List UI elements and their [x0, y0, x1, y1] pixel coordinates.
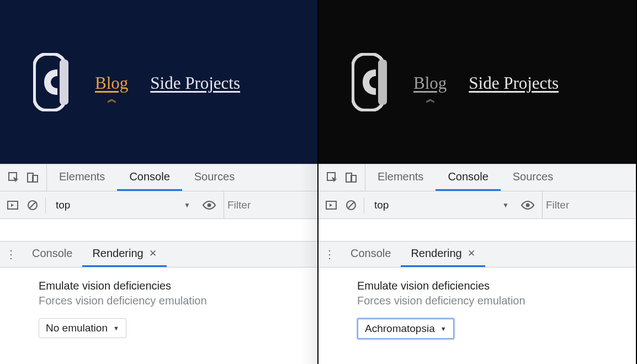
- toolbar-separator: [45, 197, 46, 213]
- panel-title: Emulate vision deficiencies: [357, 280, 636, 292]
- drawer-tab-rendering[interactable]: Rendering ✕: [401, 242, 485, 267]
- sidebar-toggle-icon[interactable]: [324, 198, 338, 212]
- tab-console[interactable]: Console: [117, 164, 182, 191]
- panel-title: Emulate vision deficiencies: [39, 280, 317, 292]
- nav-item-side-projects[interactable]: Side Projects: [469, 73, 559, 93]
- clear-console-icon[interactable]: [25, 198, 40, 212]
- nav-item-blog[interactable]: Blog ︽: [413, 73, 447, 101]
- spacer: [0, 219, 317, 241]
- svg-point-8: [208, 203, 211, 207]
- device-toolbar-icon[interactable]: [26, 172, 39, 184]
- nav-link-label: Blog: [413, 73, 447, 93]
- devtools-tabs: Elements Console Sources: [365, 164, 565, 191]
- website-preview: Blog ︽ Side Projects: [318, 0, 636, 164]
- context-select[interactable]: top ▼: [51, 197, 195, 213]
- live-expression-icon[interactable]: [200, 200, 218, 210]
- tab-console[interactable]: Console: [436, 164, 500, 191]
- inspect-element-icon[interactable]: [8, 172, 20, 184]
- drawer-tab-label: Rendering: [411, 247, 461, 260]
- context-value: top: [374, 199, 389, 211]
- filter-input[interactable]: [224, 191, 259, 218]
- close-icon[interactable]: ✕: [468, 248, 475, 259]
- chevron-up-icon: ︽: [107, 97, 116, 101]
- nav-link-label: Side Projects: [150, 73, 240, 93]
- devtools-tabbar: Elements Console Sources: [0, 164, 317, 191]
- nav-item-side-projects[interactable]: Side Projects: [150, 73, 240, 93]
- filter-input[interactable]: [542, 191, 577, 218]
- website-preview: Blog ︽ Side Projects: [0, 0, 317, 164]
- svg-point-17: [526, 203, 530, 207]
- pane-right: Blog ︽ Side Projects Elements Console So…: [318, 0, 637, 364]
- tab-sources[interactable]: Sources: [501, 164, 565, 191]
- vision-deficiency-select[interactable]: No emulation ▼: [39, 318, 126, 338]
- caret-down-icon: ▼: [113, 325, 119, 331]
- devtools-tabs: Elements Console Sources: [47, 164, 247, 191]
- close-icon[interactable]: ✕: [149, 248, 157, 259]
- rendering-panel: Emulate vision deficiencies Forces visio…: [0, 267, 317, 364]
- select-value: No emulation: [46, 322, 108, 334]
- caret-down-icon: ▼: [502, 201, 509, 209]
- inspect-element-icon[interactable]: [326, 172, 338, 184]
- vision-deficiency-select[interactable]: Achromatopsia ▼: [357, 318, 454, 339]
- site-nav: Blog ︽ Side Projects: [95, 62, 240, 101]
- panel-subtitle: Forces vision deficiency emulation: [39, 295, 317, 307]
- devtools-tabbar: Elements Console Sources: [318, 164, 636, 191]
- tab-elements[interactable]: Elements: [365, 164, 436, 191]
- site-logo: [352, 53, 391, 111]
- live-expression-icon[interactable]: [519, 200, 537, 210]
- console-toolbar: top ▼: [0, 191, 317, 219]
- nav-link-label: Blog: [95, 73, 128, 93]
- more-tabs-icon[interactable]: ⋮: [0, 242, 22, 267]
- chevron-up-icon: ︽: [426, 97, 434, 101]
- tabbar-icon-group: [0, 164, 47, 191]
- svg-rect-10: [378, 60, 387, 105]
- select-value: Achromatopsia: [365, 323, 435, 335]
- spacer: [318, 219, 636, 241]
- nav-item-blog[interactable]: Blog ︽: [95, 73, 128, 101]
- panel-subtitle: Forces vision deficiency emulation: [357, 295, 636, 307]
- context-value: top: [56, 199, 70, 211]
- context-select[interactable]: top ▼: [370, 197, 513, 213]
- drawer-tab-rendering[interactable]: Rendering ✕: [82, 242, 166, 267]
- drawer-tab-console[interactable]: Console: [341, 242, 401, 267]
- drawer-tab-console[interactable]: Console: [22, 242, 82, 267]
- console-toolbar: top ▼: [318, 191, 636, 219]
- site-logo: [33, 53, 73, 111]
- tab-sources[interactable]: Sources: [182, 164, 247, 191]
- svg-line-7: [29, 202, 36, 208]
- drawer-tab-label: Rendering: [92, 247, 143, 260]
- sidebar-toggle-icon[interactable]: [6, 198, 20, 212]
- drawer-tabbar: ⋮ Console Rendering ✕: [0, 241, 317, 267]
- tab-elements[interactable]: Elements: [47, 164, 117, 191]
- caret-down-icon: ▼: [440, 325, 447, 332]
- device-toolbar-icon[interactable]: [345, 172, 357, 184]
- tabbar-icon-group: [318, 164, 365, 191]
- clear-console-icon[interactable]: [344, 198, 358, 212]
- rendering-panel: Emulate vision deficiencies Forces visio…: [318, 267, 636, 364]
- caret-down-icon: ▼: [184, 201, 190, 209]
- nav-link-label: Side Projects: [469, 73, 559, 93]
- toolbar-separator: [364, 197, 364, 213]
- site-nav: Blog ︽ Side Projects: [413, 62, 559, 101]
- drawer-tabbar: ⋮ Console Rendering ✕: [318, 241, 636, 267]
- pane-left: Blog ︽ Side Projects Elements Console So…: [0, 0, 318, 364]
- more-tabs-icon[interactable]: ⋮: [318, 242, 341, 267]
- svg-rect-1: [60, 60, 68, 105]
- svg-line-16: [348, 202, 354, 208]
